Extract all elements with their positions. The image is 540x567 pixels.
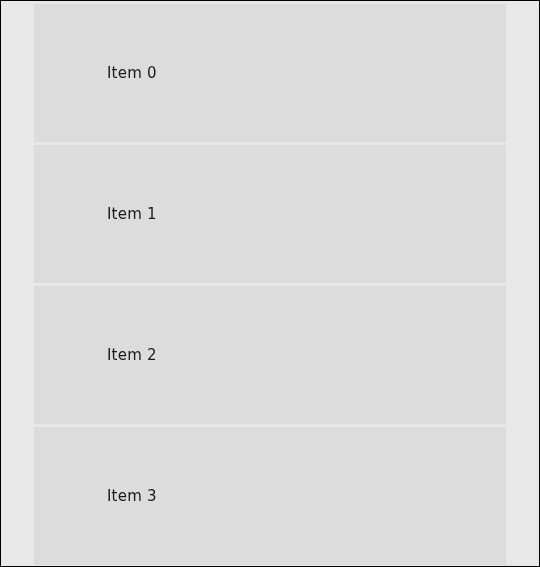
list-item-label: Item 0 xyxy=(107,64,157,82)
list-item-label: Item 1 xyxy=(107,205,157,223)
list-item[interactable]: Item 1 xyxy=(34,145,506,283)
list-container: Item 0 Item 1 Item 2 Item 3 xyxy=(1,1,539,565)
list-item[interactable]: Item 0 xyxy=(34,4,506,142)
list-item-label: Item 3 xyxy=(107,487,157,505)
list-item-label: Item 2 xyxy=(107,346,157,364)
list-item[interactable]: Item 2 xyxy=(34,286,506,424)
list-item[interactable]: Item 3 xyxy=(34,427,506,565)
